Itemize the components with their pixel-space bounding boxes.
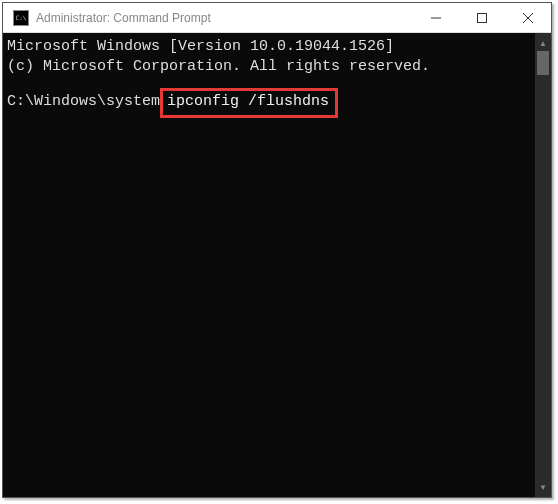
window-title: Administrator: Command Prompt [36,11,211,25]
typed-command: ipconfig /flushdns [167,93,329,110]
window-controls [413,3,551,32]
copyright-line: (c) Microsoft Corporation. All rights re… [7,57,531,77]
minimize-icon [431,13,441,23]
cmd-icon [13,10,29,26]
title-bar[interactable]: Administrator: Command Prompt [3,3,551,33]
maximize-icon [477,13,487,23]
prompt-line: C:\Windows\systemipconfig /flushdns [7,88,531,118]
scroll-up-arrow[interactable]: ▲ [535,35,551,51]
minimize-button[interactable] [413,3,459,32]
terminal-area: Microsoft Windows [Version 10.0.19044.15… [3,33,551,497]
command-prompt-window: Administrator: Command Prompt Microsoft … [2,2,552,498]
terminal-output[interactable]: Microsoft Windows [Version 10.0.19044.15… [3,33,535,497]
prompt-path: C:\Windows\system [7,93,160,110]
scroll-down-arrow[interactable]: ▼ [535,479,551,495]
close-button[interactable] [505,3,551,32]
close-icon [523,13,533,23]
maximize-button[interactable] [459,3,505,32]
scroll-thumb[interactable] [537,51,549,75]
svg-rect-1 [478,13,487,22]
vertical-scrollbar[interactable]: ▲ ▼ [535,33,551,497]
command-highlight: ipconfig /flushdns [160,88,338,118]
version-line: Microsoft Windows [Version 10.0.19044.15… [7,37,531,57]
